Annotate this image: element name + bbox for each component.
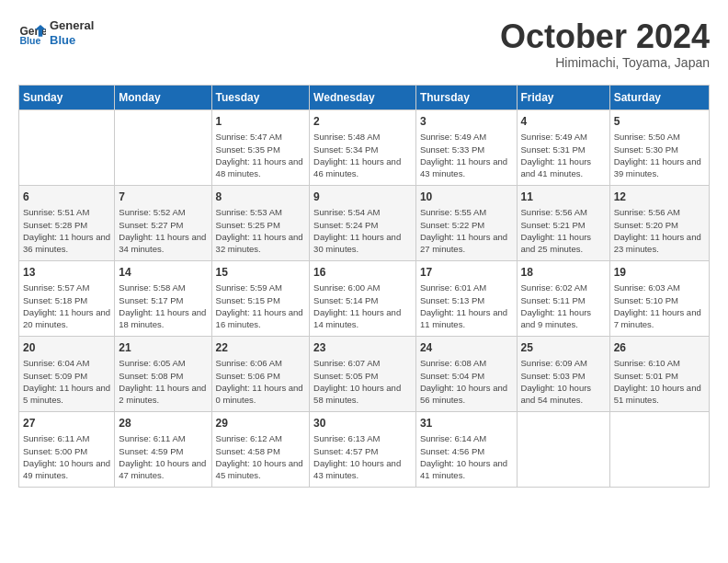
day-cell: 9Sunrise: 5:54 AM Sunset: 5:24 PM Daylig… <box>310 185 416 260</box>
day-cell: 8Sunrise: 5:53 AM Sunset: 5:25 PM Daylig… <box>211 185 310 260</box>
day-number: 22 <box>216 340 306 356</box>
day-info: Sunrise: 6:12 AM Sunset: 4:58 PM Dayligh… <box>216 432 306 481</box>
header-sunday: Sunday <box>19 85 115 109</box>
day-info: Sunrise: 6:11 AM Sunset: 5:00 PM Dayligh… <box>23 432 110 481</box>
day-cell: 21Sunrise: 6:05 AM Sunset: 5:08 PM Dayli… <box>115 336 211 411</box>
day-number: 15 <box>216 265 306 281</box>
day-info: Sunrise: 6:02 AM Sunset: 5:11 PM Dayligh… <box>521 282 606 330</box>
day-info: Sunrise: 6:10 AM Sunset: 5:01 PM Dayligh… <box>614 357 705 406</box>
day-info: Sunrise: 5:47 AM Sunset: 5:35 PM Dayligh… <box>216 131 306 179</box>
day-info: Sunrise: 5:50 AM Sunset: 5:30 PM Dayligh… <box>614 131 705 179</box>
day-info: Sunrise: 5:57 AM Sunset: 5:18 PM Dayligh… <box>23 282 110 330</box>
day-info: Sunrise: 5:52 AM Sunset: 5:27 PM Dayligh… <box>119 206 207 255</box>
day-number: 1 <box>216 114 306 130</box>
day-info: Sunrise: 5:53 AM Sunset: 5:25 PM Dayligh… <box>216 206 306 255</box>
logo-icon: General Blue <box>18 19 46 47</box>
day-number: 19 <box>614 265 705 281</box>
day-info: Sunrise: 5:56 AM Sunset: 5:21 PM Dayligh… <box>521 206 606 255</box>
day-number: 10 <box>420 190 513 205</box>
day-number: 12 <box>614 190 705 205</box>
logo-line1: General <box>50 18 94 33</box>
day-number: 21 <box>119 340 207 356</box>
day-info: Sunrise: 5:59 AM Sunset: 5:15 PM Dayligh… <box>216 282 306 330</box>
day-cell: 6Sunrise: 5:51 AM Sunset: 5:28 PM Daylig… <box>19 185 115 260</box>
day-number: 8 <box>216 190 306 205</box>
day-number: 31 <box>420 416 513 431</box>
day-info: Sunrise: 5:49 AM Sunset: 5:33 PM Dayligh… <box>420 131 513 179</box>
day-info: Sunrise: 6:13 AM Sunset: 4:57 PM Dayligh… <box>313 432 412 481</box>
header-tuesday: Tuesday <box>211 85 310 109</box>
day-cell: 4Sunrise: 5:49 AM Sunset: 5:31 PM Daylig… <box>517 109 609 185</box>
calendar-body: 1Sunrise: 5:47 AM Sunset: 5:35 PM Daylig… <box>19 109 710 487</box>
day-number: 24 <box>420 340 513 356</box>
day-cell: 17Sunrise: 6:01 AM Sunset: 5:13 PM Dayli… <box>415 260 517 336</box>
header-thursday: Thursday <box>415 85 517 109</box>
day-number: 28 <box>119 416 207 431</box>
day-number: 18 <box>521 265 606 281</box>
day-cell: 1Sunrise: 5:47 AM Sunset: 5:35 PM Daylig… <box>211 109 310 185</box>
day-number: 29 <box>216 416 306 431</box>
day-number: 17 <box>420 265 513 281</box>
day-cell: 13Sunrise: 5:57 AM Sunset: 5:18 PM Dayli… <box>19 260 115 336</box>
day-number: 3 <box>420 114 513 130</box>
day-cell: 2Sunrise: 5:48 AM Sunset: 5:34 PM Daylig… <box>310 109 416 185</box>
day-info: Sunrise: 6:03 AM Sunset: 5:10 PM Dayligh… <box>614 282 705 330</box>
day-number: 25 <box>521 340 606 356</box>
day-number: 20 <box>23 340 110 356</box>
page-header: General Blue General Blue October 2024 H… <box>18 18 710 70</box>
calendar-header: SundayMondayTuesdayWednesdayThursdayFrid… <box>19 85 710 109</box>
day-cell: 10Sunrise: 5:55 AM Sunset: 5:22 PM Dayli… <box>415 185 517 260</box>
day-cell: 23Sunrise: 6:07 AM Sunset: 5:05 PM Dayli… <box>310 336 416 411</box>
day-cell: 22Sunrise: 6:06 AM Sunset: 5:06 PM Dayli… <box>211 336 310 411</box>
day-cell: 19Sunrise: 6:03 AM Sunset: 5:10 PM Dayli… <box>609 260 709 336</box>
week-row-1: 6Sunrise: 5:51 AM Sunset: 5:28 PM Daylig… <box>19 185 710 260</box>
day-info: Sunrise: 5:56 AM Sunset: 5:20 PM Dayligh… <box>614 206 705 255</box>
day-cell: 14Sunrise: 5:58 AM Sunset: 5:17 PM Dayli… <box>115 260 211 336</box>
day-number: 23 <box>313 340 412 356</box>
day-cell: 7Sunrise: 5:52 AM Sunset: 5:27 PM Daylig… <box>115 185 211 260</box>
week-row-2: 13Sunrise: 5:57 AM Sunset: 5:18 PM Dayli… <box>19 260 710 336</box>
day-info: Sunrise: 5:58 AM Sunset: 5:17 PM Dayligh… <box>119 282 207 330</box>
day-cell: 25Sunrise: 6:09 AM Sunset: 5:03 PM Dayli… <box>517 336 609 411</box>
day-number: 26 <box>614 340 705 356</box>
day-number: 4 <box>521 114 606 130</box>
day-info: Sunrise: 6:05 AM Sunset: 5:08 PM Dayligh… <box>119 357 207 406</box>
day-cell <box>19 109 115 185</box>
day-cell <box>517 411 609 487</box>
day-info: Sunrise: 6:14 AM Sunset: 4:56 PM Dayligh… <box>420 432 513 481</box>
day-cell: 3Sunrise: 5:49 AM Sunset: 5:33 PM Daylig… <box>415 109 517 185</box>
header-friday: Friday <box>517 85 609 109</box>
title-block: October 2024 Himimachi, Toyama, Japan <box>500 18 710 70</box>
day-cell: 28Sunrise: 6:11 AM Sunset: 4:59 PM Dayli… <box>115 411 211 487</box>
header-saturday: Saturday <box>609 85 709 109</box>
day-cell <box>609 411 709 487</box>
day-info: Sunrise: 5:55 AM Sunset: 5:22 PM Dayligh… <box>420 206 513 255</box>
day-cell: 11Sunrise: 5:56 AM Sunset: 5:21 PM Dayli… <box>517 185 609 260</box>
day-number: 14 <box>119 265 207 281</box>
day-cell: 30Sunrise: 6:13 AM Sunset: 4:57 PM Dayli… <box>310 411 416 487</box>
day-number: 5 <box>614 114 705 130</box>
day-cell: 5Sunrise: 5:50 AM Sunset: 5:30 PM Daylig… <box>609 109 709 185</box>
day-info: Sunrise: 6:09 AM Sunset: 5:03 PM Dayligh… <box>521 357 606 406</box>
day-number: 2 <box>313 114 412 130</box>
week-row-4: 27Sunrise: 6:11 AM Sunset: 5:00 PM Dayli… <box>19 411 710 487</box>
day-cell: 24Sunrise: 6:08 AM Sunset: 5:04 PM Dayli… <box>415 336 517 411</box>
day-cell: 18Sunrise: 6:02 AM Sunset: 5:11 PM Dayli… <box>517 260 609 336</box>
day-info: Sunrise: 6:04 AM Sunset: 5:09 PM Dayligh… <box>23 357 110 406</box>
day-cell: 16Sunrise: 6:00 AM Sunset: 5:14 PM Dayli… <box>310 260 416 336</box>
location-subtitle: Himimachi, Toyama, Japan <box>500 55 710 70</box>
day-cell: 15Sunrise: 5:59 AM Sunset: 5:15 PM Dayli… <box>211 260 310 336</box>
svg-text:Blue: Blue <box>20 35 41 46</box>
header-wednesday: Wednesday <box>310 85 416 109</box>
day-cell: 12Sunrise: 5:56 AM Sunset: 5:20 PM Dayli… <box>609 185 709 260</box>
day-number: 27 <box>23 416 110 431</box>
week-row-3: 20Sunrise: 6:04 AM Sunset: 5:09 PM Dayli… <box>19 336 710 411</box>
day-info: Sunrise: 6:08 AM Sunset: 5:04 PM Dayligh… <box>420 357 513 406</box>
logo-line2: Blue <box>50 33 94 48</box>
day-info: Sunrise: 5:51 AM Sunset: 5:28 PM Dayligh… <box>23 206 110 255</box>
day-cell: 26Sunrise: 6:10 AM Sunset: 5:01 PM Dayli… <box>609 336 709 411</box>
day-number: 13 <box>23 265 110 281</box>
day-cell: 29Sunrise: 6:12 AM Sunset: 4:58 PM Dayli… <box>211 411 310 487</box>
day-info: Sunrise: 6:01 AM Sunset: 5:13 PM Dayligh… <box>420 282 513 330</box>
header-row: SundayMondayTuesdayWednesdayThursdayFrid… <box>19 85 710 109</box>
